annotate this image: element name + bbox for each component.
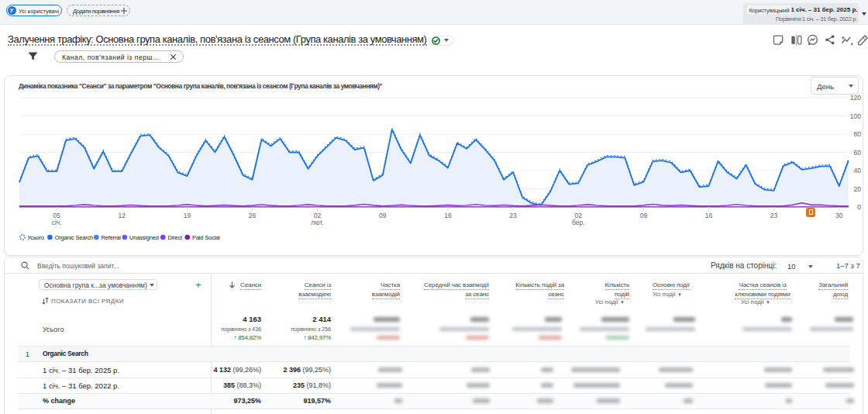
svg-text:Unassigned: Unassigned	[129, 234, 159, 241]
svg-text:Paid Social: Paid Social	[192, 234, 220, 241]
svg-text:Referral: Referral	[102, 234, 122, 241]
svg-text:Organic Search: Organic Search	[55, 234, 93, 241]
svg-text:Усього: Усього	[27, 234, 44, 241]
svg-text:Direct: Direct	[168, 234, 184, 241]
